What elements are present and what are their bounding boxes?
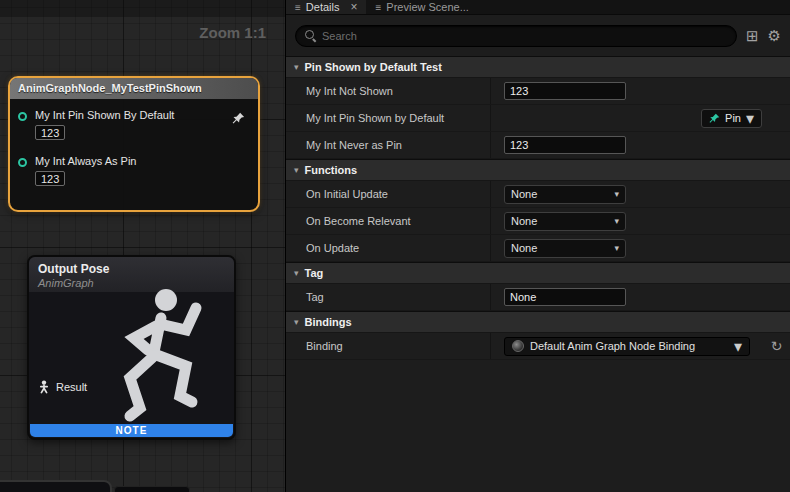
- tab-details-label: Details: [306, 1, 340, 13]
- details-empty-area: [286, 360, 790, 492]
- property-label: Binding: [286, 333, 491, 359]
- output-pose-node[interactable]: Output Pose AnimGraph: [27, 255, 236, 440]
- section-title: Bindings: [305, 316, 352, 328]
- anim-graph-node-mytestpinshown[interactable]: AnimGraphNode_MyTestPinShown My Int Pin …: [8, 76, 260, 212]
- my-int-never-as-pin-input[interactable]: [504, 136, 626, 154]
- tab-preview-scene-label: Preview Scene...: [386, 1, 469, 13]
- pin-value-input[interactable]: 123: [35, 171, 65, 186]
- int-pin-icon[interactable]: [18, 158, 27, 167]
- mannequin-image: [104, 278, 232, 436]
- my-int-not-shown-input[interactable]: [504, 82, 626, 100]
- section-header-functions[interactable]: ▾ Functions: [286, 159, 790, 181]
- row-binding: Binding Default Anim Graph Node Binding …: [286, 333, 790, 360]
- property-label: Tag: [286, 284, 491, 310]
- property-label: My Int Not Shown: [286, 78, 491, 104]
- chevron-down-icon[interactable]: ▾: [294, 317, 299, 327]
- chevron-down-icon[interactable]: ▾: [294, 268, 299, 278]
- pin-row-always-as-pin: My Int Always As Pin 123: [10, 155, 258, 186]
- zoom-level-label: Zoom 1:1: [199, 24, 266, 41]
- node-title[interactable]: AnimGraphNode_MyTestPinShown: [10, 78, 258, 99]
- on-update-dropdown[interactable]: None ▾: [504, 239, 626, 258]
- row-my-int-pin-shown-by-default: My Int Pin Shown by Default Pin ▾: [286, 105, 790, 132]
- display-options-icon[interactable]: ⊞: [746, 28, 759, 43]
- details-sections: ▾ Pin Shown by Default Test My Int Not S…: [286, 56, 790, 492]
- pin-mode-dropdown[interactable]: Pin ▾: [701, 109, 762, 128]
- graph-top-shade: [0, 0, 285, 17]
- section-header-tag[interactable]: ▾ Tag: [286, 262, 790, 284]
- row-on-initial-update: On Initial Update None ▾: [286, 181, 790, 208]
- details-panel: ≡ Details × ≡ Preview Scene... ⊞ ⚙ ▾ Pin…: [285, 0, 790, 492]
- details-tab-icon: ≡: [295, 2, 301, 13]
- row-on-become-relevant: On Become Relevant None ▾: [286, 208, 790, 235]
- property-label: My Int Never as Pin: [286, 132, 491, 158]
- row-tag: Tag: [286, 284, 790, 311]
- binding-value: Default Anim Graph Node Binding: [530, 340, 728, 352]
- property-label: On Update: [286, 235, 491, 261]
- tab-preview-scene[interactable]: ≡ Preview Scene...: [366, 0, 477, 14]
- settings-gear-icon[interactable]: ⚙: [768, 28, 781, 43]
- close-tab-icon[interactable]: ×: [350, 0, 357, 14]
- details-tab-bar: ≡ Details × ≡ Preview Scene...: [286, 0, 790, 15]
- note-bar: NOTE: [30, 424, 233, 437]
- section-title: Pin Shown by Default Test: [305, 61, 442, 73]
- pose-person-icon: [38, 380, 50, 394]
- dropdown-value: None: [511, 215, 610, 227]
- unreal-editor-window: Zoom 1:1 AnimGraphNode_MyTestPinShown My…: [0, 0, 790, 492]
- row-my-int-never-as-pin: My Int Never as Pin: [286, 132, 790, 159]
- chevron-down-icon: ▾: [734, 337, 742, 356]
- result-pin-label: Result: [56, 381, 87, 393]
- binding-dropdown[interactable]: Default Anim Graph Node Binding ▾: [504, 337, 750, 356]
- pin-value-input[interactable]: 123: [35, 125, 65, 140]
- binding-icon: [512, 340, 524, 352]
- chevron-down-icon: ▾: [614, 189, 619, 199]
- dropdown-value: None: [511, 188, 610, 200]
- search-icon: [305, 30, 316, 41]
- pin-label: My Int Pin Shown By Default: [35, 109, 174, 121]
- partial-node[interactable]: [0, 480, 112, 492]
- row-my-int-not-shown: My Int Not Shown: [286, 78, 790, 105]
- on-initial-update-dropdown[interactable]: None ▾: [504, 185, 626, 204]
- dropdown-value: None: [511, 242, 610, 254]
- details-toolbar: ⊞ ⚙: [286, 15, 790, 56]
- output-pose-title: Output Pose: [38, 262, 225, 276]
- section-title: Tag: [305, 267, 324, 279]
- on-become-relevant-dropdown[interactable]: None ▾: [504, 212, 626, 231]
- int-pin-icon[interactable]: [18, 112, 27, 121]
- section-header-pin-shown-by-default-test[interactable]: ▾ Pin Shown by Default Test: [286, 56, 790, 78]
- result-pin[interactable]: Result: [38, 380, 87, 394]
- pushpin-icon[interactable]: [232, 111, 245, 129]
- pin-mode-label: Pin: [725, 112, 741, 124]
- chevron-down-icon: ▾: [746, 109, 754, 128]
- pin-label: My Int Always As Pin: [35, 155, 136, 167]
- chevron-down-icon: ▾: [614, 216, 619, 226]
- pin-icon: [709, 113, 720, 124]
- row-on-update: On Update None ▾: [286, 235, 790, 262]
- search-box[interactable]: [295, 25, 737, 47]
- anim-graph-canvas[interactable]: Zoom 1:1 AnimGraphNode_MyTestPinShown My…: [0, 0, 285, 492]
- tab-details[interactable]: ≡ Details ×: [286, 0, 366, 14]
- chevron-down-icon: ▾: [614, 243, 619, 253]
- reset-to-default-icon[interactable]: ↺: [771, 338, 783, 354]
- property-label: My Int Pin Shown by Default: [286, 105, 491, 131]
- section-title: Functions: [305, 164, 358, 176]
- chevron-down-icon[interactable]: ▾: [294, 165, 299, 175]
- search-input[interactable]: [322, 30, 727, 42]
- chevron-down-icon[interactable]: ▾: [294, 62, 299, 72]
- property-label: On Initial Update: [286, 181, 491, 207]
- property-label: On Become Relevant: [286, 208, 491, 234]
- section-header-bindings[interactable]: ▾ Bindings: [286, 311, 790, 333]
- partial-node[interactable]: [114, 486, 190, 492]
- tag-input[interactable]: [504, 288, 626, 306]
- preview-scene-tab-icon: ≡: [375, 2, 381, 13]
- pin-row-shown-by-default: My Int Pin Shown By Default 123: [10, 109, 258, 140]
